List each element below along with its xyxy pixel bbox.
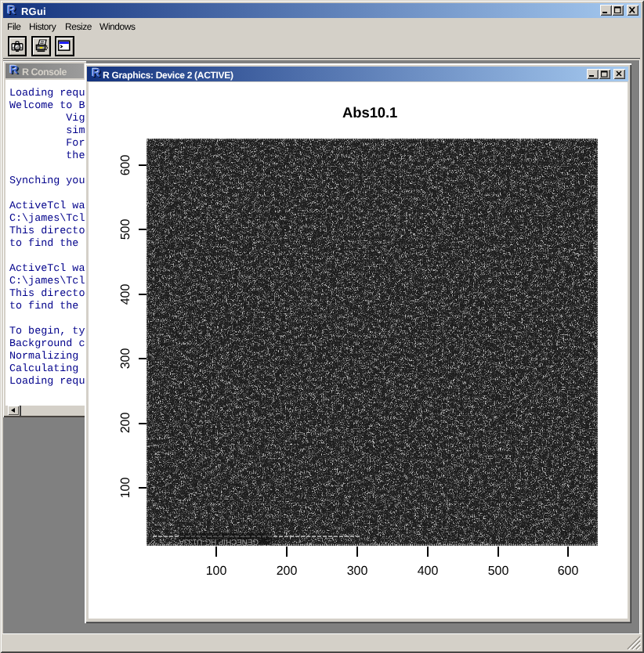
svg-text:GENECHIP HG-U133A: GENECHIP HG-U133A [179, 537, 259, 546]
